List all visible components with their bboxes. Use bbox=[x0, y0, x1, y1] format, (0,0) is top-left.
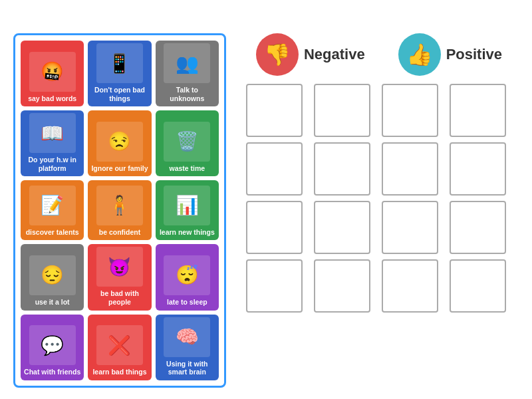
card-label-ignore-family: Ignore our family bbox=[91, 163, 148, 174]
card-label-learn-new-things: learn new things bbox=[160, 227, 215, 238]
card-img-dont-open-bad: 📱 bbox=[96, 43, 143, 83]
card-img-talk-to-unknowns: 👥 bbox=[164, 43, 210, 83]
card-img-waste-time: 🗑️ bbox=[164, 122, 210, 162]
card-img-be-confident: 🧍 bbox=[96, 186, 143, 225]
card-img-late-to-sleep: 😴 bbox=[164, 255, 210, 295]
card-do-hw[interactable]: 📖Do your h.w in platform bbox=[21, 110, 84, 176]
card-img-use-it-a-lot: 😔 bbox=[29, 255, 76, 295]
drop-cell-13[interactable] bbox=[314, 259, 370, 313]
card-discover-talents[interactable]: 📝discover talents bbox=[21, 180, 84, 240]
negative-category: 👎 Negative bbox=[256, 33, 365, 76]
drop-cell-6[interactable] bbox=[382, 142, 438, 196]
drop-cell-15[interactable] bbox=[450, 259, 506, 313]
card-label-say-bad-words: say bad words bbox=[28, 93, 76, 104]
card-img-do-hw: 📖 bbox=[29, 113, 76, 153]
cards-panel: 🤬say bad words📱Don't open bad things👥Tal… bbox=[13, 33, 226, 388]
drop-cell-5[interactable] bbox=[314, 142, 370, 196]
card-img-say-bad-words: 🤬 bbox=[29, 52, 76, 92]
card-label-do-hw: Do your h.w in platform bbox=[23, 154, 81, 174]
card-learn-new-things[interactable]: 📊learn new things bbox=[156, 180, 219, 240]
card-img-using-smart-brain: 🧠 bbox=[164, 317, 210, 357]
card-be-confident[interactable]: 🧍be confident bbox=[88, 180, 151, 240]
categories-header: 👎 Negative 👍 Positive bbox=[239, 33, 519, 76]
card-waste-time[interactable]: 🗑️waste time bbox=[156, 110, 219, 176]
card-label-dont-open-bad: Don't open bad things bbox=[90, 84, 148, 104]
drop-cell-1[interactable] bbox=[314, 84, 370, 137]
card-dont-open-bad[interactable]: 📱Don't open bad things bbox=[88, 41, 151, 106]
card-img-discover-talents: 📝 bbox=[29, 186, 76, 225]
card-label-waste-time: waste time bbox=[169, 163, 205, 174]
card-img-be-bad-with-people: 😈 bbox=[96, 247, 143, 287]
card-img-learn-new-things: 📊 bbox=[164, 186, 210, 225]
card-label-be-confident: be confident bbox=[99, 227, 140, 238]
card-label-late-to-sleep: late to sleep bbox=[167, 297, 207, 308]
drop-panel: 👎 Negative 👍 Positive bbox=[239, 33, 519, 313]
positive-label: Positive bbox=[446, 46, 502, 63]
card-img-ignore-family: 😒 bbox=[96, 122, 143, 162]
card-ignore-family[interactable]: 😒Ignore our family bbox=[88, 110, 151, 176]
drop-cell-11[interactable] bbox=[450, 201, 506, 254]
card-img-learn-bad-things: ❌ bbox=[96, 325, 143, 365]
card-say-bad-words[interactable]: 🤬say bad words bbox=[21, 41, 84, 106]
drop-cell-3[interactable] bbox=[450, 84, 506, 137]
drop-cell-14[interactable] bbox=[382, 259, 438, 313]
card-label-be-bad-with-people: be bad with people bbox=[90, 288, 148, 307]
card-label-using-smart-brain: Using it with smart brain bbox=[158, 358, 216, 378]
card-label-use-it-a-lot: use it a lot bbox=[35, 297, 70, 308]
drop-grid bbox=[239, 84, 519, 313]
drop-cell-9[interactable] bbox=[314, 201, 370, 254]
card-label-discover-talents: discover talents bbox=[26, 227, 79, 238]
positive-category: 👍 Positive bbox=[398, 33, 502, 76]
positive-icon: 👍 bbox=[398, 33, 441, 76]
negative-label: Negative bbox=[304, 46, 365, 63]
drop-cell-12[interactable] bbox=[246, 259, 303, 313]
drop-cell-8[interactable] bbox=[246, 201, 303, 254]
card-learn-bad-things[interactable]: ❌learn bad things bbox=[88, 315, 151, 380]
drop-cell-2[interactable] bbox=[382, 84, 438, 137]
card-be-bad-with-people[interactable]: 😈be bad with people bbox=[88, 244, 151, 310]
card-late-to-sleep[interactable]: 😴late to sleep bbox=[156, 244, 219, 310]
negative-icon: 👎 bbox=[256, 33, 299, 76]
drop-cell-7[interactable] bbox=[450, 142, 506, 196]
card-chat-with-friends[interactable]: 💬Chat with friends bbox=[21, 315, 84, 380]
card-label-learn-bad-things: learn bad things bbox=[92, 366, 146, 378]
card-img-chat-with-friends: 💬 bbox=[29, 325, 76, 365]
drop-cell-10[interactable] bbox=[382, 201, 438, 254]
card-label-talk-to-unknowns: Talk to unknowns bbox=[158, 84, 216, 104]
card-using-smart-brain[interactable]: 🧠Using it with smart brain bbox=[156, 315, 219, 380]
drop-cell-4[interactable] bbox=[246, 142, 303, 196]
card-talk-to-unknowns[interactable]: 👥Talk to unknowns bbox=[156, 41, 219, 106]
card-use-it-a-lot[interactable]: 😔use it a lot bbox=[21, 244, 84, 310]
drop-cell-0[interactable] bbox=[246, 84, 303, 137]
card-label-chat-with-friends: Chat with friends bbox=[24, 366, 80, 378]
